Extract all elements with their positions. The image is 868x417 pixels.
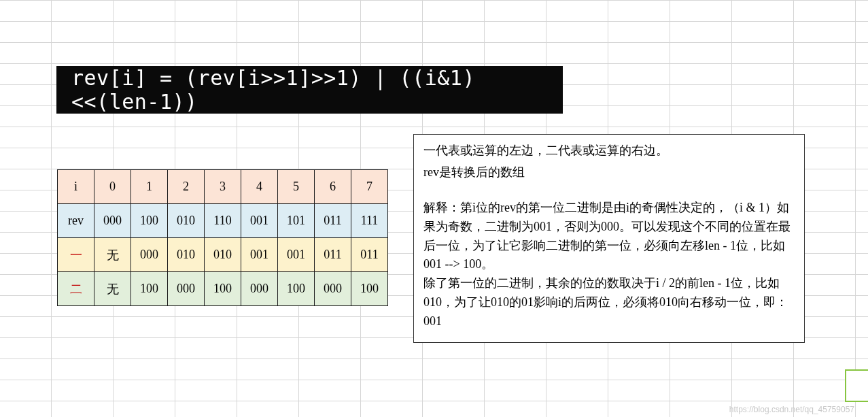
cell: 1	[131, 170, 168, 204]
blank-line	[423, 185, 795, 199]
explain-line-2: rev是转换后的数组	[423, 163, 795, 182]
table-row-left-operand: 一 无 000 010 010 001 001 011 011	[58, 238, 388, 272]
cell: 011	[315, 204, 351, 238]
cell: 000	[131, 238, 168, 272]
table-row-i: i 0 1 2 3 4 5 6 7	[58, 170, 388, 204]
cell: 010	[205, 238, 241, 272]
cell: 100	[131, 204, 168, 238]
cell: 001	[241, 238, 278, 272]
cell: 011	[315, 238, 351, 272]
cell: 7	[351, 170, 388, 204]
code-formula-text: rev[i] = (rev[i>>1]>>1) | ((i&1)<<(len-1…	[71, 66, 563, 114]
cell: 101	[278, 204, 315, 238]
cell: 010	[168, 204, 205, 238]
explain-paragraph-3: 除了第一位的二进制，其余的位的数取决于i / 2的前len - 1位，比如010…	[423, 274, 795, 331]
cell: 100	[205, 272, 241, 306]
explain-paragraph-2: 解释：第i位的rev的第一位二进制是由i的奇偶性决定的，（i & 1）如果为奇数…	[423, 199, 795, 275]
explain-line-1: 一代表或运算的左边，二代表或运算的右边。	[423, 141, 795, 161]
row-header-one: 一	[58, 238, 94, 272]
cell: 无	[94, 238, 131, 272]
cell: 6	[315, 170, 351, 204]
cell: 100	[131, 272, 168, 306]
selection-corner-mark	[845, 369, 868, 402]
cell: 0	[94, 170, 131, 204]
cell: 100	[278, 272, 315, 306]
cell: 001	[241, 204, 278, 238]
cell: 010	[168, 238, 205, 272]
cell: 5	[278, 170, 315, 204]
explanation-textbox: 一代表或运算的左边，二代表或运算的右边。 rev是转换后的数组 解释：第i位的r…	[413, 134, 805, 343]
row-header-two: 二	[58, 272, 94, 306]
cell: 000	[241, 272, 278, 306]
row-header-rev: rev	[58, 204, 94, 238]
cell: 2	[168, 170, 205, 204]
code-formula-banner: rev[i] = (rev[i>>1]>>1) | ((i&1)<<(len-1…	[56, 66, 563, 114]
cell: 100	[351, 272, 388, 306]
cell: 111	[351, 204, 388, 238]
cell: 000	[315, 272, 351, 306]
cell: 3	[205, 170, 241, 204]
watermark-text: https://blog.csdn.net/qq_45759057	[729, 405, 854, 414]
cell: 110	[205, 204, 241, 238]
cell: 001	[278, 238, 315, 272]
bit-reversal-table: i 0 1 2 3 4 5 6 7 rev 000 100 010 110 00…	[57, 169, 388, 306]
cell: 011	[351, 238, 388, 272]
cell: 000	[168, 272, 205, 306]
cell: 无	[94, 272, 131, 306]
cell: 4	[241, 170, 278, 204]
row-header-i: i	[58, 170, 94, 204]
cell: 000	[94, 204, 131, 238]
table-row-right-operand: 二 无 100 000 100 000 100 000 100	[58, 272, 388, 306]
table-row-rev: rev 000 100 010 110 001 101 011 111	[58, 204, 388, 238]
